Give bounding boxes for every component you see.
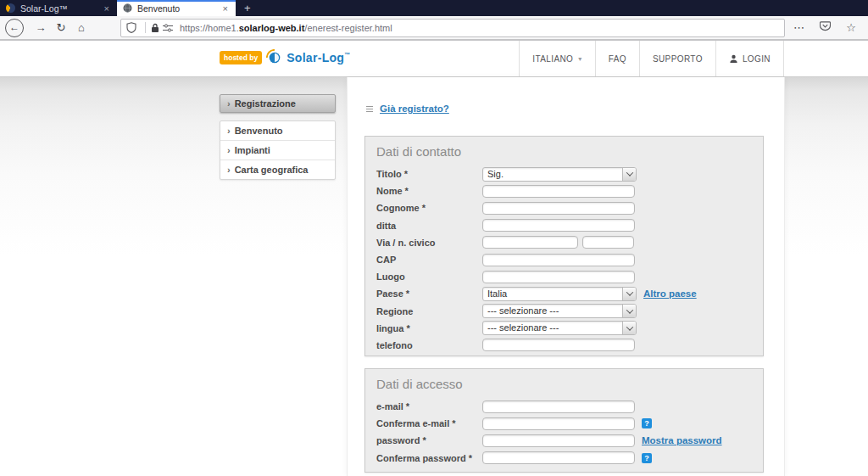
page-actions-icon[interactable]: ⋯ <box>793 21 804 34</box>
chevron-right-icon: › <box>227 165 231 175</box>
new-tab-button[interactable]: + <box>236 0 259 16</box>
site-logo[interactable]: hosted by Solar-Log™ <box>220 49 351 66</box>
field-label: Nome * <box>376 186 482 196</box>
show-password-link[interactable]: Mostra password <box>642 435 722 445</box>
password-input[interactable] <box>482 434 635 447</box>
site-nav: ITALIANO ▾ FAQ SUPPORTO LOGIN <box>519 41 784 76</box>
solarlog-favicon-icon <box>6 3 15 13</box>
sidebar-item-registrazione[interactable]: › Registrazione <box>220 94 336 113</box>
pocket-icon[interactable] <box>820 21 831 34</box>
field-label: ditta <box>376 221 482 231</box>
url-text: https://home1.solarlog-web.it/enerest-re… <box>180 23 392 33</box>
sidebar: › Registrazione › Benvenuto › Impianti ›… <box>220 94 336 180</box>
email-input[interactable] <box>482 400 635 413</box>
company-input[interactable] <box>482 219 635 232</box>
sidebar-item-label: Carta geografica <box>235 165 309 175</box>
language-select[interactable]: --- selezionare --- <box>482 321 637 335</box>
access-data-panel: Dati di accesso e-mail * Conferma e-mail… <box>364 368 764 473</box>
language-selector[interactable]: ITALIANO ▾ <box>519 41 594 76</box>
url-bar[interactable]: https://home1.solarlog-web.it/enerest-re… <box>120 19 785 37</box>
field-label: Cognome * <box>376 203 482 213</box>
supporto-label: SUPPORTO <box>653 54 703 64</box>
form-row-email: e-mail * <box>365 398 763 415</box>
form-row-confirm-password: Conferma password * ? <box>365 450 763 467</box>
form-row-telefono: telefono <box>365 337 763 354</box>
form-row-titolo: Titolo * Sig. <box>365 165 763 182</box>
field-label: CAP <box>376 255 482 265</box>
first-name-input[interactable] <box>482 185 635 198</box>
page-content: › Registrazione › Benvenuto › Impianti ›… <box>0 77 868 476</box>
other-country-link[interactable]: Altro paese <box>643 288 697 299</box>
select-value: --- selezionare --- <box>483 305 622 317</box>
chevron-right-icon: › <box>227 98 231 109</box>
chevron-down-icon[interactable] <box>622 288 636 300</box>
sidebar-menu: › Benvenuto › Impianti › Carta geografic… <box>220 120 336 180</box>
street-number-input[interactable] <box>582 236 634 249</box>
nav-login[interactable]: LOGIN <box>715 41 784 76</box>
login-label: LOGIN <box>743 54 771 64</box>
already-registered-row: Già registrato? <box>366 104 449 114</box>
chevron-down-icon[interactable] <box>622 322 636 334</box>
home-button[interactable]: ⌂ <box>71 21 92 34</box>
help-icon[interactable]: ? <box>642 418 652 428</box>
country-select[interactable]: Italia <box>482 287 637 301</box>
tab-benvenuto[interactable]: Benvenuto × <box>117 0 236 16</box>
main-column: Già registrato? Dati di contatto Titolo … <box>347 77 785 476</box>
trademark: ™ <box>344 52 350 58</box>
zip-input[interactable] <box>482 254 635 266</box>
chevron-down-icon[interactable] <box>622 168 636 181</box>
list-toggle-icon <box>366 106 373 112</box>
form-row-regione: Regione --- selezionare --- <box>365 303 763 320</box>
confirm-password-input[interactable] <box>482 451 635 464</box>
form-row-cap: CAP <box>365 251 763 268</box>
city-input[interactable] <box>482 271 635 283</box>
region-select[interactable]: --- selezionare --- <box>482 304 637 318</box>
form-row-luogo: Luogo <box>365 268 763 285</box>
permissions-icon[interactable] <box>163 24 173 32</box>
globe-favicon-icon <box>123 3 132 13</box>
sidebar-item-carta-geografica[interactable]: › Carta geografica <box>220 160 335 179</box>
already-registered-link[interactable]: Già registrato? <box>380 104 449 114</box>
sidebar-item-benvenuto[interactable]: › Benvenuto <box>220 121 335 141</box>
street-input[interactable] <box>482 236 578 249</box>
field-label: e-mail * <box>376 401 482 412</box>
divider <box>145 22 146 33</box>
sidebar-item-impianti[interactable]: › Impianti <box>220 141 335 160</box>
tab-solarlog[interactable]: Solar-Log™ × <box>0 0 117 16</box>
shield-icon[interactable] <box>126 22 136 33</box>
hosted-by-badge: hosted by <box>220 51 262 64</box>
reload-button[interactable]: ↻ <box>51 21 71 34</box>
help-icon[interactable]: ? <box>642 453 652 463</box>
title-select[interactable]: Sig. <box>482 167 637 182</box>
chevron-down-icon[interactable] <box>622 305 636 317</box>
phone-input[interactable] <box>482 339 635 351</box>
person-icon <box>729 54 738 64</box>
close-tab-icon[interactable]: × <box>221 3 230 14</box>
forward-button[interactable]: → <box>31 21 51 34</box>
field-label: lingua * <box>376 323 482 333</box>
field-label: Conferma password * <box>376 453 482 463</box>
field-label: password * <box>376 435 482 445</box>
back-button[interactable]: ← <box>5 19 24 37</box>
form-row-lingua: lingua * --- selezionare --- <box>365 320 763 337</box>
field-label: Titolo * <box>376 169 482 179</box>
confirm-email-input[interactable] <box>482 417 635 430</box>
field-label: telefono <box>376 340 482 350</box>
lock-icon[interactable] <box>151 23 159 33</box>
sidebar-item-label: Registrazione <box>235 98 296 109</box>
sidebar-item-label: Benvenuto <box>235 126 283 136</box>
close-tab-icon[interactable]: × <box>103 3 111 14</box>
select-value: Sig. <box>483 168 622 181</box>
chevron-right-icon: › <box>227 126 231 136</box>
nav-supporto[interactable]: SUPPORTO <box>639 41 715 76</box>
form-row-confirm-email: Conferma e-mail * ? <box>365 415 763 432</box>
form-row-nome: Nome * <box>365 182 763 199</box>
form-row-via: Via / n. civico <box>365 234 763 251</box>
nav-faq[interactable]: FAQ <box>595 41 639 76</box>
tab-title: Solar-Log™ <box>20 3 103 14</box>
contact-data-panel: Dati di contatto Titolo * Sig. Nome * <box>364 136 764 356</box>
bookmark-star-icon[interactable]: ☆ <box>846 21 856 34</box>
last-name-input[interactable] <box>482 202 635 215</box>
form-row-paese: Paese * Italia Altro paese <box>365 285 763 302</box>
field-label: Luogo <box>376 272 482 282</box>
